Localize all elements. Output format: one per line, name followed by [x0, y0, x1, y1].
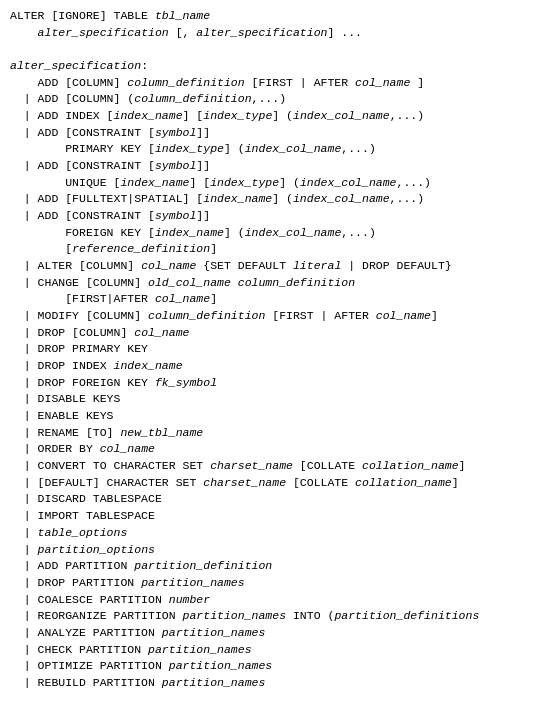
line-18: | MODIFY [COLUMN] column_definition [FIR…: [10, 309, 438, 322]
line-26: | ORDER BY col_name: [10, 442, 155, 455]
line-7: | ADD [CONSTRAINT [symbol]]: [10, 126, 210, 139]
line-25: | RENAME [TO] new_tbl_name: [10, 426, 203, 439]
line-4: ADD [COLUMN] column_definition [FIRST | …: [10, 76, 424, 89]
line-1: ALTER [IGNORE] TABLE tbl_name: [10, 9, 210, 22]
line-40: | REBUILD PARTITION partition_names: [10, 676, 265, 689]
line-34: | DROP PARTITION partition_names: [10, 576, 245, 589]
line-10: UNIQUE [index_name] [index_type] (index_…: [10, 176, 431, 189]
line-12: | ADD [CONSTRAINT [symbol]]: [10, 209, 210, 222]
line-28: | [DEFAULT] CHARACTER SET charset_name […: [10, 476, 459, 489]
line-35: | COALESCE PARTITION number: [10, 593, 210, 606]
line-24: | ENABLE KEYS: [10, 409, 114, 422]
line-13: FOREIGN KEY [index_name] (index_col_name…: [10, 226, 376, 239]
line-6: | ADD INDEX [index_name] [index_type] (i…: [10, 109, 424, 122]
line-14: [reference_definition]: [10, 242, 217, 255]
code-block: ALTER [IGNORE] TABLE tbl_name alter_spec…: [10, 8, 539, 692]
line-36: | REORGANIZE PARTITION partition_names I…: [10, 609, 479, 622]
line-27: | CONVERT TO CHARACTER SET charset_name …: [10, 459, 466, 472]
line-22: | DROP FOREIGN KEY fk_symbol: [10, 376, 217, 389]
line-38: | CHECK PARTITION partition_names: [10, 643, 252, 656]
line-32: | partition_options: [10, 543, 155, 556]
line-17: [FIRST|AFTER col_name]: [10, 292, 217, 305]
line-20: | DROP PRIMARY KEY: [10, 342, 148, 355]
line-8: PRIMARY KEY [index_type] (index_col_name…: [10, 142, 376, 155]
line-37: | ANALYZE PARTITION partition_names: [10, 626, 265, 639]
line-19: | DROP [COLUMN] col_name: [10, 326, 189, 339]
line-33: | ADD PARTITION partition_definition: [10, 559, 272, 572]
line-23: | DISABLE KEYS: [10, 392, 120, 405]
line-31: | table_options: [10, 526, 127, 539]
line-16: | CHANGE [COLUMN] old_col_name column_de…: [10, 276, 355, 289]
line-39: | OPTIMIZE PARTITION partition_names: [10, 659, 272, 672]
line-30: | IMPORT TABLESPACE: [10, 509, 155, 522]
line-15: | ALTER [COLUMN] col_name {SET DEFAULT l…: [10, 259, 452, 272]
line-5: | ADD [COLUMN] (column_definition,...): [10, 92, 286, 105]
line-3: alter_specification:: [10, 59, 148, 72]
line-9: | ADD [CONSTRAINT [symbol]]: [10, 159, 210, 172]
line-11: | ADD [FULLTEXT|SPATIAL] [index_name] (i…: [10, 192, 424, 205]
line-2: alter_specification [, alter_specificati…: [10, 26, 362, 39]
line-29: | DISCARD TABLESPACE: [10, 492, 162, 505]
code-container: ALTER [IGNORE] TABLE tbl_name alter_spec…: [0, 0, 549, 704]
line-21: | DROP INDEX index_name: [10, 359, 183, 372]
